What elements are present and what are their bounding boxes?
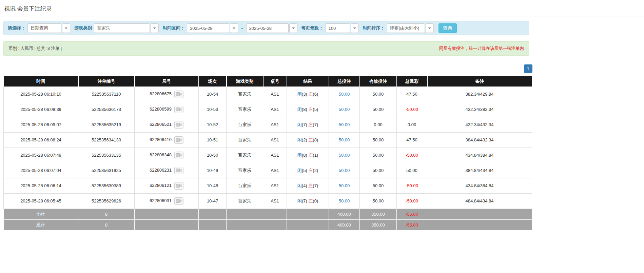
page-size-label: 每页笔数： bbox=[301, 25, 324, 31]
replay-video-button[interactable] bbox=[174, 152, 183, 159]
column-header: 局号 bbox=[135, 76, 199, 86]
grand-total-row: 总计8400.00350.00-55.00 bbox=[4, 219, 532, 230]
cell-remark: 384.84/432.34 bbox=[427, 132, 532, 148]
time-range-label: 时间区间： bbox=[163, 25, 185, 31]
sort-input[interactable] bbox=[387, 23, 425, 33]
date-from-input[interactable] bbox=[187, 23, 229, 33]
round-id-text: 622806675 bbox=[150, 91, 172, 96]
total-bet-link[interactable]: 50.00 bbox=[339, 198, 350, 203]
summary-cell bbox=[263, 219, 287, 230]
query-type-input[interactable] bbox=[27, 23, 61, 33]
cell-game-type: 百家乐 bbox=[227, 148, 263, 163]
cell-payout: 0.00 bbox=[397, 117, 427, 132]
total-bet-link[interactable]: 50.00 bbox=[339, 153, 350, 158]
date-to-dropdown-button[interactable] bbox=[289, 23, 297, 33]
cell-round-id: 622806410 bbox=[135, 132, 199, 148]
table-row: 2025-05-28 06:09:39522535636173622806599… bbox=[4, 102, 532, 117]
cell-round-id: 622806599 bbox=[135, 102, 199, 117]
result-banker: 庄(1) bbox=[308, 153, 318, 158]
summary-cell bbox=[287, 209, 329, 219]
game-type-dropdown-button[interactable] bbox=[151, 23, 159, 33]
sort-dropdown-button[interactable] bbox=[426, 23, 434, 33]
cell-round-id: 622806031 bbox=[135, 193, 199, 209]
cell-remark: 434.84/384.84 bbox=[427, 178, 532, 193]
date-from-dropdown-button[interactable] bbox=[230, 23, 238, 33]
cell-table-no: AS1 bbox=[263, 86, 287, 102]
video-replay-icon bbox=[176, 122, 182, 127]
cell-valid-bet: 0.00 bbox=[360, 117, 397, 132]
chevron-down-icon bbox=[353, 27, 356, 29]
total-bet-link[interactable]: 50.00 bbox=[339, 168, 350, 173]
cell-total-bet: 50.00 bbox=[329, 117, 360, 132]
total-bet-link[interactable]: 50.00 bbox=[339, 122, 350, 127]
chevron-down-icon bbox=[292, 27, 295, 29]
query-type-select bbox=[27, 23, 70, 33]
video-replay-icon bbox=[176, 199, 182, 203]
result-player: 闲(7) bbox=[297, 122, 307, 127]
select-label: 请选择： bbox=[8, 25, 25, 31]
total-bet-link[interactable]: 50.00 bbox=[339, 107, 350, 112]
replay-video-button[interactable] bbox=[174, 167, 183, 174]
replay-video-button[interactable] bbox=[174, 182, 183, 190]
date-to-input[interactable] bbox=[246, 23, 289, 33]
column-header: 有效投注 bbox=[360, 76, 397, 86]
replay-video-button[interactable] bbox=[174, 121, 183, 129]
cell-total-bet: 50.00 bbox=[329, 102, 360, 117]
column-header: 时间 bbox=[4, 76, 78, 86]
page-size-select bbox=[326, 23, 359, 33]
column-header: 备注 bbox=[427, 76, 532, 86]
page-title: 视讯 会员下注纪录 bbox=[3, 3, 529, 17]
page-size-dropdown-button[interactable] bbox=[351, 23, 359, 33]
cell-bet-id: 522535633135 bbox=[78, 148, 135, 163]
bet-records-table: 时间注单编号局号场次游戏类别桌号结果总投注有效投注总派彩备注 2025-05-2… bbox=[3, 76, 532, 231]
cell-result: 闲(5) 庄(2) bbox=[287, 163, 329, 178]
cell-table-no: AS1 bbox=[263, 102, 287, 117]
pagination-page-1[interactable]: 1 bbox=[524, 64, 532, 73]
chevron-down-icon bbox=[65, 27, 67, 29]
cell-session: 10-49 bbox=[199, 163, 227, 178]
summary-row-label: 总计 bbox=[4, 219, 78, 230]
cell-valid-bet: 50.00 bbox=[360, 102, 397, 117]
sort-select bbox=[387, 23, 434, 33]
replay-video-button[interactable] bbox=[174, 197, 183, 205]
cell-table-no: AS1 bbox=[263, 117, 287, 132]
total-bet-link[interactable]: 50.00 bbox=[339, 137, 350, 142]
column-header: 注单编号 bbox=[78, 76, 135, 86]
summary-cell bbox=[227, 219, 263, 230]
cell-result: 闲(3) 庄(6) bbox=[287, 86, 329, 102]
summary-note-text: 同局有效投注，统一计算在该局第一张注单内 bbox=[439, 46, 524, 52]
replay-video-button[interactable] bbox=[174, 106, 183, 113]
game-type-select bbox=[94, 23, 159, 33]
total-bet-link[interactable]: 50.00 bbox=[339, 183, 350, 188]
pagination: 1 bbox=[3, 64, 532, 73]
cell-total-bet: 50.00 bbox=[329, 86, 360, 102]
result-player: 闲(2) bbox=[297, 137, 307, 142]
cell-total-bet: 50.00 bbox=[329, 148, 360, 163]
total-bet-link[interactable]: 50.00 bbox=[339, 92, 350, 97]
cell-total-bet: 50.00 bbox=[329, 178, 360, 193]
query-type-dropdown-button[interactable] bbox=[62, 23, 70, 33]
cell-remark: 384.84/434.84 bbox=[427, 163, 532, 178]
table-row: 2025-05-28 06:07:04522535631925622806231… bbox=[4, 163, 532, 178]
summary-cell bbox=[199, 219, 227, 230]
page-size-input[interactable] bbox=[326, 23, 350, 33]
replay-video-button[interactable] bbox=[174, 91, 183, 98]
subtotal-row: 小计8400.00350.00-55.00 bbox=[4, 209, 532, 219]
table-header-row: 时间注单编号局号场次游戏类别桌号结果总投注有效投注总派彩备注 bbox=[4, 76, 532, 86]
column-header: 场次 bbox=[199, 76, 227, 86]
cell-valid-bet: 50.00 bbox=[360, 132, 397, 148]
cell-session: 10-53 bbox=[199, 102, 227, 117]
game-type-input[interactable] bbox=[94, 23, 150, 33]
cell-bet-id: 522535635219 bbox=[78, 117, 135, 132]
cell-bet-id: 522535634130 bbox=[78, 132, 135, 148]
summary-cell bbox=[427, 219, 532, 230]
result-banker: 庄(0) bbox=[308, 198, 318, 203]
cell-time: 2025-05-28 06:10:10 bbox=[4, 86, 78, 102]
replay-video-button[interactable] bbox=[174, 136, 183, 144]
video-replay-icon bbox=[176, 107, 182, 112]
cell-table-no: AS1 bbox=[263, 163, 287, 178]
search-button[interactable]: 查询 bbox=[438, 23, 457, 33]
summary-cell bbox=[199, 209, 227, 219]
column-header: 游戏类别 bbox=[227, 76, 263, 86]
cell-bet-id: 522535631925 bbox=[78, 163, 135, 178]
